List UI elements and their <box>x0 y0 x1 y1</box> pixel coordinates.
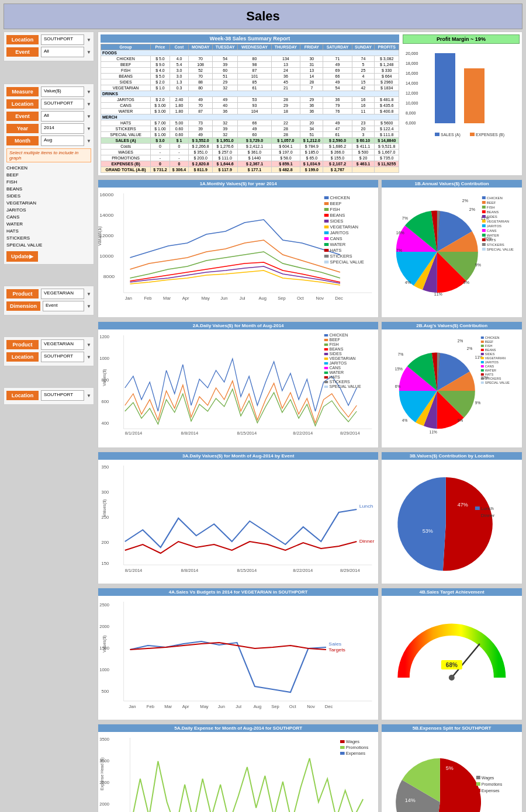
event-dropdown-2[interactable]: ▼ <box>86 114 91 119</box>
svg-text:Nov: Nov <box>316 296 324 301</box>
svg-text:10,000: 10,000 <box>406 101 418 105</box>
location-input-5[interactable]: SOUTHPORT <box>41 390 84 401</box>
svg-text:11%: 11% <box>434 292 442 296</box>
location-dropdown-1[interactable]: ▼ <box>86 37 91 43</box>
product-dropdown-3[interactable]: ▼ <box>86 292 91 297</box>
svg-text:8/15/2014: 8/15/2014 <box>237 568 257 573</box>
chart-4b-title: 4B.Sales Target Achievement <box>382 588 522 596</box>
chart-2a-title: 2A.Daily Values($) for Month of Aug-2014 <box>98 322 378 329</box>
svg-text:1000: 1000 <box>99 356 109 361</box>
year-input[interactable]: 2014 <box>41 123 84 134</box>
svg-rect-8 <box>435 53 455 123</box>
svg-text:Dinner: Dinner <box>359 538 375 544</box>
svg-text:Dec: Dec <box>335 296 343 301</box>
product-vegetarian[interactable]: VEGETARIAN <box>6 200 91 207</box>
product-cans[interactable]: CANS <box>6 214 91 221</box>
chart-5a-svg: 3500 3000 2500 2000 1500 1000 8/1/2014 8… <box>98 732 378 812</box>
charts-row-4: 4A.Sales Vs Budgets in 2014 for VEGETARI… <box>98 588 522 720</box>
svg-text:Aug: Aug <box>259 296 267 301</box>
merch-category: MERCH <box>101 114 399 120</box>
row-jaritos: JARITOS$ 2.02.4049495328293616$ 481.8 <box>101 97 399 103</box>
svg-text:May: May <box>200 704 209 709</box>
location-input-1[interactable]: SOUTHPORT <box>41 34 84 45</box>
location-input-4[interactable]: SOUTHPORT <box>41 352 84 362</box>
svg-rect-75 <box>482 210 486 213</box>
location-input-2[interactable]: SOUTHPORT <box>41 99 84 109</box>
svg-text:Jul: Jul <box>240 296 245 301</box>
chart-2a-svg: 1200 1000 800 600 400 8/1/2014 8/8/2014 … <box>98 329 378 446</box>
product-stickers[interactable]: STICKERS <box>6 235 91 242</box>
product-beans[interactable]: BEANS <box>6 186 91 193</box>
svg-text:BEEF: BEEF <box>330 201 342 206</box>
event-dropdown-1[interactable]: ▼ <box>86 50 91 55</box>
svg-text:1200: 1200 <box>99 334 109 339</box>
event-input-1[interactable]: All <box>41 47 84 57</box>
chart-2b: 2B.Aug's Values($) Contribution <box>381 321 522 448</box>
year-dropdown[interactable]: ▼ <box>86 126 91 131</box>
row-water: WATER$ 3.001.80873610418367611$ 400.8 <box>101 109 399 114</box>
svg-rect-161 <box>481 377 484 380</box>
location-label-2: Location <box>6 99 39 109</box>
month-dropdown[interactable]: ▼ <box>86 138 91 144</box>
svg-text:STICKERS: STICKERS <box>485 377 501 380</box>
product-input-3[interactable]: VEGETARIAN <box>41 289 84 299</box>
month-input[interactable]: Aug <box>41 136 84 146</box>
product-fish[interactable]: FISH <box>6 179 91 186</box>
svg-text:SIDES: SIDES <box>329 352 342 356</box>
svg-text:Jan: Jan <box>129 704 136 709</box>
svg-text:HATS: HATS <box>487 238 496 242</box>
svg-rect-109 <box>324 343 328 346</box>
product-jaritos[interactable]: JARITOS <box>6 207 91 214</box>
chart-1a: 1A.Monthly Values($) for year 2014 16000… <box>98 179 379 318</box>
product-special-value[interactable]: SPECIAL VALUE <box>6 242 91 249</box>
chart-1b-title: 1B.Annual Values($) Contribution <box>382 180 522 188</box>
product-input-4[interactable]: VEGETARIAN <box>41 339 84 350</box>
update-button[interactable]: Update <box>6 251 38 262</box>
svg-text:SIDES: SIDES <box>485 352 495 356</box>
product-chicken[interactable]: CHICKEN <box>6 165 91 172</box>
drinks-category: DRINKS <box>101 91 399 97</box>
measure-input[interactable]: Value($) <box>41 86 84 97</box>
svg-rect-105 <box>324 334 328 336</box>
location-dropdown-5[interactable]: ▼ <box>86 393 91 398</box>
dimension-input[interactable]: Event <box>43 301 84 311</box>
row-costs: Costs00$ 2,266.8$ 1,276.6$ 2,412.1$ 604.… <box>101 144 399 150</box>
svg-text:BEEF: BEEF <box>487 201 496 204</box>
svg-text:JARITOS: JARITOS <box>329 361 347 365</box>
chart-3a: 3A.Daily Values($) for Month of Aug-2014… <box>98 452 379 584</box>
location-dropdown-2[interactable]: ▼ <box>86 102 91 107</box>
dimension-dropdown[interactable]: ▼ <box>86 304 91 309</box>
product-water[interactable]: WATER <box>6 221 91 228</box>
svg-rect-159 <box>481 373 484 376</box>
product-hats[interactable]: HATS <box>6 228 91 235</box>
svg-text:500: 500 <box>101 689 109 694</box>
svg-text:2%: 2% <box>462 199 468 203</box>
svg-rect-127 <box>324 386 328 388</box>
svg-text:11%: 11% <box>430 430 437 434</box>
svg-text:2000: 2000 <box>99 801 109 807</box>
svg-rect-182 <box>475 506 480 510</box>
svg-text:600: 600 <box>101 399 109 404</box>
svg-text:300: 300 <box>101 490 109 495</box>
svg-rect-125 <box>324 381 328 383</box>
svg-text:Promotions: Promotions <box>482 782 503 786</box>
location-dropdown-4[interactable]: ▼ <box>86 355 91 360</box>
product-sides[interactable]: SIDES <box>6 193 91 200</box>
svg-text:16%: 16% <box>396 231 404 235</box>
measure-dropdown[interactable]: ▼ <box>86 89 91 95</box>
col-profits: PROFITS <box>375 44 399 50</box>
svg-text:9%: 9% <box>475 263 481 267</box>
product-dropdown-4[interactable]: ▼ <box>86 342 91 348</box>
row-grand-total: GRAND TOTAL (A-B)$ 731.2$ 306.4$ 811.9$ … <box>101 167 399 173</box>
svg-text:Values($): Values($) <box>102 636 107 653</box>
svg-text:10000: 10000 <box>99 253 114 259</box>
svg-text:CANS: CANS <box>485 365 494 368</box>
row-expenses-b: EXPENSES (B)00$ 2,820.8$ 1,644.6$ 2,367.… <box>101 161 399 167</box>
row-vegetarian: VEGETARIAN$ 1.00.38032612175442$ 1834 <box>101 85 399 91</box>
event-input-2[interactable]: All <box>41 111 84 122</box>
product-beef[interactable]: BEEF <box>6 172 91 179</box>
svg-text:Nov: Nov <box>307 704 315 709</box>
charts-row-5: 5A.Daily Expense for Month of Aug-2014 f… <box>98 724 522 812</box>
row-sales-a: SALES (A)$ 3.0$ 1$ 3,552.0$ 1,951.0$ 3,7… <box>101 138 399 144</box>
svg-rect-45 <box>324 231 329 234</box>
